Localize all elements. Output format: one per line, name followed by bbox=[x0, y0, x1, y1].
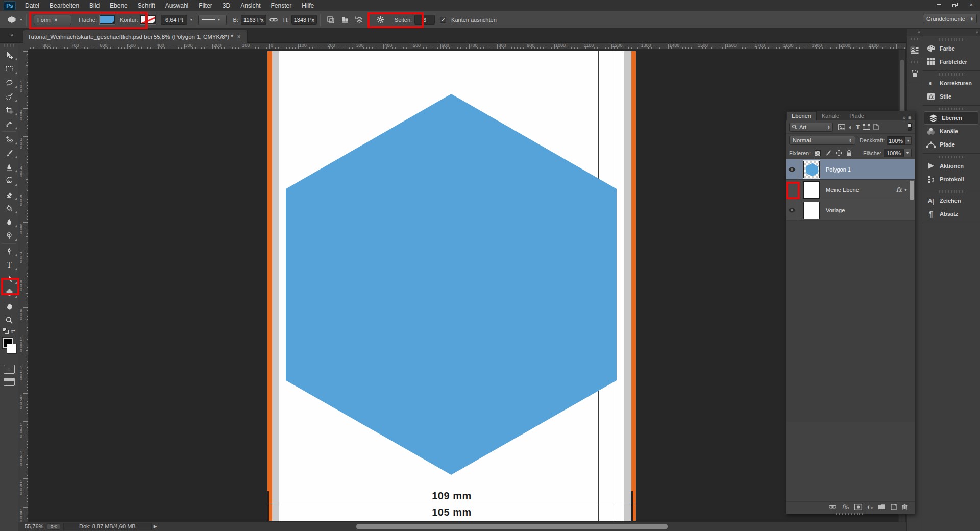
dock-gripper[interactable] bbox=[938, 190, 965, 193]
quick-mask-button[interactable]: ◌ bbox=[4, 365, 15, 374]
panel-properties-button[interactable] bbox=[907, 42, 922, 59]
zoom-tool[interactable] bbox=[0, 313, 18, 327]
new-group-icon[interactable] bbox=[878, 504, 886, 510]
horizontal-ruler[interactable]: 8007006005004003002001000100200300400500… bbox=[29, 43, 906, 50]
layer-filter-kind-select[interactable]: Art ▲▼ bbox=[789, 123, 833, 132]
panel-korrekturen-button[interactable]: ◐ Korrekturen bbox=[922, 77, 980, 90]
visibility-toggle[interactable] bbox=[786, 180, 798, 200]
panel-stile-button[interactable]: fx Stile bbox=[922, 90, 980, 103]
close-button[interactable]: × bbox=[965, 1, 978, 9]
width-field[interactable]: 1163 Px bbox=[241, 15, 266, 25]
new-layer-icon[interactable] bbox=[891, 504, 897, 510]
link-layers-icon[interactable] bbox=[828, 504, 837, 509]
layer-name[interactable]: Vorlage bbox=[826, 207, 845, 213]
dock-gripper[interactable] bbox=[910, 61, 919, 63]
panel-ebenen-button[interactable]: Ebenen bbox=[924, 111, 978, 125]
blend-mode-select[interactable]: Normal ▲▼ bbox=[789, 136, 855, 145]
document-tab[interactable]: Tutorial_Weihnachtskarte_geschaeftlich.p… bbox=[23, 30, 248, 43]
chevron-down-icon[interactable]: ▼ bbox=[189, 18, 193, 21]
background-color-swatch[interactable] bbox=[7, 344, 17, 354]
path-arrangement-button[interactable] bbox=[354, 15, 365, 25]
clone-stamp-tool[interactable] bbox=[0, 160, 18, 174]
menu-filter[interactable]: Filter bbox=[193, 0, 217, 11]
swap-colors-icon[interactable]: ⇄ bbox=[11, 328, 15, 334]
layers-scrollbar-thumb[interactable] bbox=[910, 180, 914, 200]
dock-gripper[interactable] bbox=[910, 38, 919, 40]
panel-farbfelder-button[interactable]: Farbfelder bbox=[922, 55, 980, 68]
stroke-width-field[interactable]: 6,64 Pt bbox=[161, 15, 187, 25]
rectangular-marquee-tool[interactable] bbox=[0, 62, 18, 76]
zoom-level-field[interactable]: 55,76% bbox=[24, 523, 47, 529]
lock-pixels-icon[interactable] bbox=[825, 150, 831, 156]
toolbar-gripper[interactable] bbox=[4, 44, 14, 47]
lock-position-icon[interactable] bbox=[836, 150, 842, 156]
blur-tool[interactable] bbox=[0, 215, 18, 229]
panel-brush-presets-button[interactable] bbox=[907, 65, 922, 82]
minimize-button[interactable] bbox=[932, 1, 945, 9]
horizontal-scrollbar-thumb[interactable] bbox=[356, 524, 668, 529]
fill-field[interactable]: 100% bbox=[884, 149, 904, 157]
move-tool[interactable] bbox=[0, 48, 18, 62]
panel-aktionen-button[interactable]: Aktionen bbox=[922, 159, 980, 173]
panel-zeichen-button[interactable]: A| Zeichen bbox=[922, 194, 980, 207]
shape-mode-select[interactable]: Form ▲▼ bbox=[34, 15, 71, 25]
geometry-options-gear-button[interactable] bbox=[375, 15, 386, 25]
layer-thumbnail[interactable] bbox=[803, 202, 820, 219]
quick-selection-tool[interactable] bbox=[0, 89, 18, 103]
panel-kanaele-button[interactable]: Kanäle bbox=[922, 125, 980, 138]
type-tool[interactable]: T bbox=[0, 258, 18, 272]
panel-farbe-button[interactable]: Farbe bbox=[922, 42, 980, 55]
dock-gripper[interactable] bbox=[938, 108, 965, 110]
toolbar-expand-icon[interactable]: » bbox=[10, 32, 12, 38]
dock-gripper[interactable] bbox=[938, 38, 965, 41]
workspace-select[interactable]: Grundelemente ▲▼ bbox=[923, 14, 977, 23]
path-selection-tool[interactable] bbox=[0, 272, 18, 285]
panel-collapse-icon[interactable]: » bbox=[903, 115, 906, 120]
path-alignment-button[interactable] bbox=[339, 15, 351, 25]
stroke-style-select[interactable]: ▼ bbox=[198, 15, 227, 25]
horizontal-scrollbar[interactable] bbox=[162, 523, 901, 530]
panel-protokoll-button[interactable]: Protokoll bbox=[922, 173, 980, 186]
polygon-tool[interactable] bbox=[0, 285, 18, 299]
history-brush-tool[interactable] bbox=[0, 174, 18, 187]
layer-row-meine-ebene[interactable]: Meine Ebene fx ▼ bbox=[786, 180, 915, 200]
dock-gripper[interactable] bbox=[938, 156, 965, 158]
stroke-color-swatch[interactable] bbox=[140, 15, 156, 24]
menu-hilfe[interactable]: Hilfe bbox=[297, 0, 319, 11]
status-flyout-arrow-icon[interactable]: ▶ bbox=[154, 524, 157, 529]
fill-color-swatch[interactable] bbox=[100, 15, 115, 24]
path-operations-button[interactable] bbox=[325, 15, 336, 25]
visibility-toggle[interactable] bbox=[786, 159, 798, 179]
layer-row-polygon-1[interactable]: Polygon 1 bbox=[786, 159, 915, 180]
panel-menu-icon[interactable]: ≡ bbox=[908, 115, 912, 120]
tab-kanaele[interactable]: Kanäle bbox=[817, 112, 844, 120]
eyedropper-tool[interactable] bbox=[0, 117, 18, 131]
dock-collapse-icon[interactable]: « bbox=[976, 30, 978, 35]
panel-resize-gripper[interactable] bbox=[836, 513, 865, 515]
fx-collapse-icon[interactable]: ▼ bbox=[904, 188, 908, 192]
menu-auswahl[interactable]: Auswahl bbox=[160, 0, 193, 11]
layer-name[interactable]: Meine Ebene bbox=[826, 187, 859, 193]
filter-shape-layers-icon[interactable] bbox=[863, 124, 870, 130]
dodge-tool[interactable] bbox=[0, 229, 18, 243]
tool-preset-picker[interactable] bbox=[6, 15, 17, 25]
opacity-dropdown-icon[interactable]: ▼ bbox=[905, 136, 912, 145]
document-page[interactable]: 109 mm 105 mm bbox=[267, 51, 636, 521]
menu-bearbeiten[interactable]: Bearbeiten bbox=[44, 0, 84, 11]
pen-tool[interactable] bbox=[0, 244, 18, 258]
align-edges-checkbox[interactable]: ✓ bbox=[440, 17, 446, 23]
eraser-tool[interactable] bbox=[0, 187, 18, 201]
add-mask-icon[interactable] bbox=[854, 504, 862, 510]
canvas-pasteboard[interactable]: 109 mm 105 mm bbox=[29, 50, 906, 522]
panel-pfade-button[interactable]: Pfade bbox=[922, 138, 980, 151]
vertical-ruler[interactable]: 1 0 02 0 03 0 04 0 05 0 06 0 07 0 08 0 0… bbox=[18, 43, 29, 522]
menu-schrift[interactable]: Schrift bbox=[133, 0, 160, 11]
layer-row-vorlage[interactable]: Vorlage bbox=[786, 200, 915, 221]
dock-collapse-icon[interactable]: « bbox=[918, 30, 920, 35]
visibility-toggle[interactable] bbox=[786, 200, 798, 220]
layer-thumbnail[interactable] bbox=[803, 161, 820, 178]
paint-bucket-tool[interactable] bbox=[0, 201, 18, 215]
fill-dropdown-icon[interactable]: ▼ bbox=[904, 149, 912, 157]
layer-filter-toggle[interactable] bbox=[908, 123, 912, 131]
dock-gripper[interactable] bbox=[938, 73, 965, 76]
